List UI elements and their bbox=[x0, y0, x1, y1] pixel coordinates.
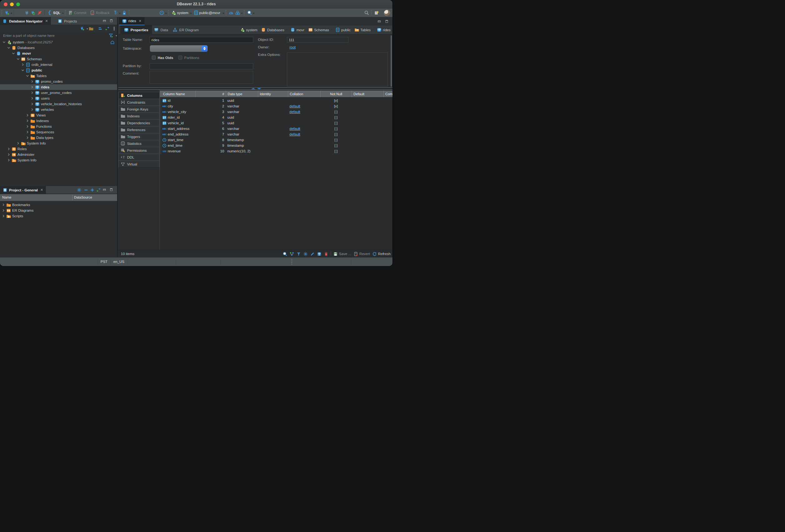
column-collation[interactable]: default bbox=[288, 127, 320, 130]
column-not-null[interactable]: [ ] bbox=[320, 116, 352, 119]
grid-search-icon[interactable] bbox=[283, 252, 287, 256]
project-item[interactable]: ER Diagrams bbox=[0, 208, 117, 213]
home-icon[interactable] bbox=[110, 51, 115, 56]
tab-projects[interactable]: Projects bbox=[55, 17, 80, 25]
tree-item[interactable]: System Info bbox=[0, 157, 117, 163]
section-tab[interactable]: Columns bbox=[118, 92, 159, 99]
settings-icon[interactable] bbox=[77, 188, 81, 192]
tree-chevron-icon[interactable] bbox=[25, 119, 30, 123]
tree-item[interactable]: rides bbox=[0, 84, 117, 90]
active-schema-select[interactable]: public@movr bbox=[199, 11, 220, 15]
sql-editor-icon[interactable] bbox=[48, 10, 52, 15]
refresh-icon[interactable] bbox=[372, 252, 377, 256]
statusbar-handle[interactable] bbox=[291, 259, 292, 265]
breadcrumb-item[interactable]: movr ▼ bbox=[290, 27, 304, 32]
lock-icon[interactable] bbox=[122, 10, 127, 15]
breadcrumb-item[interactable]: public ▼ bbox=[335, 27, 351, 32]
tree-chevron-icon[interactable] bbox=[11, 51, 16, 56]
home-icon[interactable] bbox=[110, 85, 115, 89]
column-row[interactable]: ABCend_address 7 varchar default [ ] bbox=[160, 131, 392, 137]
tree-item[interactable]: user_promo_codes bbox=[0, 90, 117, 96]
tree-item[interactable]: Administer bbox=[0, 152, 117, 157]
tree-chevron-icon[interactable] bbox=[30, 107, 34, 112]
tree-item[interactable]: Indexes bbox=[0, 118, 117, 124]
sql-editor-button[interactable]: SQL bbox=[53, 11, 60, 15]
column-row[interactable]: start_time 8 timestamp [ ] bbox=[160, 137, 392, 143]
save-icon[interactable] bbox=[333, 252, 338, 256]
tree-chevron-icon[interactable] bbox=[25, 124, 30, 129]
tree-item[interactable]: Sequences bbox=[0, 129, 117, 135]
disconnect-icon[interactable] bbox=[37, 10, 42, 15]
home-icon[interactable] bbox=[110, 102, 115, 106]
commit-icon[interactable] bbox=[68, 10, 73, 15]
home-icon[interactable] bbox=[110, 79, 115, 84]
section-tab[interactable]: Indexes bbox=[118, 112, 159, 120]
partition-by-input[interactable] bbox=[150, 64, 253, 69]
home-icon[interactable] bbox=[110, 113, 115, 118]
home-icon[interactable] bbox=[110, 141, 115, 146]
tree-chevron-icon[interactable] bbox=[16, 141, 20, 146]
column-collation[interactable]: default bbox=[288, 104, 320, 108]
column-row[interactable]: ABCstart_address 6 varchar default [ ] bbox=[160, 126, 392, 131]
tree-item[interactable]: promo_codes bbox=[0, 79, 117, 84]
project-item[interactable]: Scripts bbox=[0, 213, 117, 219]
dashboard-icon[interactable] bbox=[229, 10, 233, 15]
active-database-icon[interactable] bbox=[171, 10, 176, 15]
tree-item[interactable]: crdb_internal bbox=[0, 62, 117, 68]
object-id-input[interactable] bbox=[287, 37, 349, 43]
tree-chevron-icon[interactable] bbox=[30, 79, 34, 84]
view-menu-icon[interactable] bbox=[112, 26, 117, 31]
rollback-button[interactable]: Rollback bbox=[96, 11, 109, 15]
tree-chevron-icon[interactable] bbox=[1, 208, 6, 212]
tree-item[interactable]: public bbox=[0, 68, 117, 73]
breadcrumb-item[interactable]: Schemas ▼ bbox=[308, 27, 333, 32]
column-row[interactable]: rider_id 4 uuid [ ] bbox=[160, 115, 392, 120]
home-icon[interactable] bbox=[110, 135, 115, 140]
tree-item[interactable]: movr bbox=[0, 51, 117, 56]
home-icon[interactable] bbox=[110, 46, 115, 50]
home-icon[interactable] bbox=[110, 96, 115, 101]
tree-chevron-icon[interactable] bbox=[30, 102, 34, 106]
delete-icon[interactable] bbox=[324, 252, 328, 256]
column-not-null[interactable]: [v] bbox=[320, 99, 352, 102]
maximize-editor-icon[interactable] bbox=[385, 20, 389, 23]
breadcrumb-item[interactable]: rides ▼ bbox=[377, 27, 390, 32]
tree-item[interactable]: vehicle_location_histories bbox=[0, 101, 117, 107]
column-row[interactable]: ABCcity 2 varchar default [v] bbox=[160, 103, 392, 109]
column-row[interactable]: vehicle_id 5 uuid [ ] bbox=[160, 120, 392, 126]
minimize-view-icon[interactable] bbox=[102, 188, 106, 192]
tree-chevron-icon[interactable] bbox=[6, 158, 11, 162]
filter-icon[interactable] bbox=[109, 33, 113, 38]
has-oids-checkbox[interactable] bbox=[152, 56, 156, 60]
header-comment[interactable]: Comm bbox=[383, 91, 392, 97]
active-connection-select[interactable]: system bbox=[177, 11, 188, 15]
breadcrumb-item[interactable]: Databases ▼ bbox=[261, 27, 287, 32]
minimize-view-icon[interactable] bbox=[102, 19, 106, 23]
column-not-null[interactable]: [ ] bbox=[320, 132, 352, 136]
home-icon[interactable] bbox=[110, 119, 115, 123]
column-row[interactable]: 123revenue 10 numeric(10, 2) [ ] bbox=[160, 148, 392, 154]
home-icon[interactable] bbox=[110, 74, 115, 78]
tree-item[interactable]: vehicles bbox=[0, 107, 117, 112]
tree-chevron-icon[interactable] bbox=[30, 85, 34, 89]
column-not-null[interactable]: [ ] bbox=[320, 110, 352, 113]
tree-chevron-icon[interactable] bbox=[1, 203, 6, 207]
tree-item[interactable]: Databases bbox=[0, 45, 117, 51]
connect-icon[interactable] bbox=[24, 10, 29, 15]
owner-link[interactable]: root bbox=[289, 45, 296, 49]
tree-chevron-icon[interactable] bbox=[2, 40, 6, 44]
column-not-null[interactable]: [ ] bbox=[320, 121, 352, 125]
revert-button[interactable]: Revert bbox=[359, 252, 370, 256]
collapse-icon[interactable] bbox=[84, 188, 88, 192]
perspective-icon[interactable] bbox=[374, 10, 379, 15]
column-row[interactable]: id 1 uuid [v] bbox=[160, 98, 392, 103]
maximize-view-icon[interactable] bbox=[109, 19, 113, 23]
header-column-name[interactable]: Column Name bbox=[161, 91, 196, 97]
column-collation[interactable]: default bbox=[288, 110, 320, 113]
tree-item[interactable]: Tables bbox=[0, 73, 117, 79]
header-data-type[interactable]: Data type bbox=[226, 91, 258, 97]
tree-item[interactable]: Schemas bbox=[0, 56, 117, 62]
column-not-null[interactable]: [v] bbox=[320, 104, 352, 108]
link-with-editor-icon[interactable] bbox=[96, 188, 101, 192]
tree-item[interactable]: System Info bbox=[0, 141, 117, 146]
